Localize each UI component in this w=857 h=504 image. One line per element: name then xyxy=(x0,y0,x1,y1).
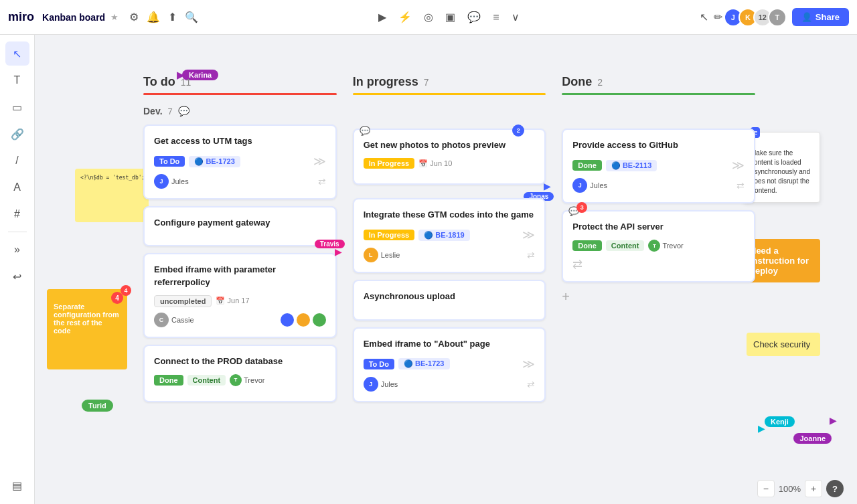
inprogress-title: In progress xyxy=(353,75,418,89)
card-photos-tags: In Progress 📅 Jun 10 xyxy=(364,158,536,169)
card-photos-title: Get new photos to photos preview xyxy=(364,139,536,151)
card-api[interactable]: 💬 3 Protect the API server Done Content … xyxy=(562,210,755,282)
inprogress-column-header: In progress 7 xyxy=(353,75,546,89)
add-card-button[interactable]: + xyxy=(562,289,755,305)
menu-icon[interactable]: ≡ xyxy=(489,9,503,26)
upload-icon[interactable]: ⬆ xyxy=(168,11,177,23)
comment-icon-top: 💬 xyxy=(360,126,370,136)
joanne-cursor-arrow: ▶ xyxy=(830,415,837,426)
inprogress-column: In progress 7 2 💬 Get new photos to phot… xyxy=(345,75,554,491)
tool-text[interactable]: T xyxy=(5,68,29,92)
user-leslie: L Leslie xyxy=(364,248,400,262)
card-about-footer: J Jules ⇄ xyxy=(364,377,536,392)
card-photos[interactable]: 2 💬 Get new photos to photos preview In … xyxy=(353,129,546,185)
card-gtm[interactable]: Integrate these GTM codes into the game … xyxy=(353,198,546,273)
zoom-out-button[interactable]: − xyxy=(757,480,775,497)
tag-content-api[interactable]: Content xyxy=(606,240,645,251)
card-iframe-title: Embed iframe with parameter referrerpoli… xyxy=(154,264,326,288)
bottom-bar: − 100% + ? xyxy=(757,480,844,497)
settings-icon[interactable]: ⚙ xyxy=(129,11,139,23)
move-icon-api[interactable]: ⇄ xyxy=(572,257,582,272)
app-logo: miro xyxy=(8,10,34,24)
priority-icon-github[interactable]: ≫ xyxy=(732,158,745,173)
play-icon[interactable]: ▶ xyxy=(374,8,390,26)
avatar-group[interactable]: J K 12 T xyxy=(728,8,787,27)
search-icon[interactable]: 🔍 xyxy=(185,11,198,23)
help-button[interactable]: ? xyxy=(826,480,844,497)
card-gtm-title: Integrate these GTM codes into the game xyxy=(364,209,536,221)
todo-column: To do 11 Dev. 7 💬 Get access to UTM tags… xyxy=(135,75,345,491)
tag-be-1723[interactable]: 🔵 BE-1723 xyxy=(189,156,240,167)
dev-comment-icon[interactable]: 💬 xyxy=(178,106,189,116)
pen-icon[interactable]: ✏ xyxy=(714,11,722,23)
priority-icon[interactable]: ≫ xyxy=(313,154,326,169)
config-sticky-text: Separate configuration from the rest of … xyxy=(54,303,119,335)
tool-sticky[interactable]: ▭ xyxy=(5,95,29,119)
dev-subtitle: Dev. xyxy=(143,106,163,116)
tool-connect[interactable]: 🔗 xyxy=(5,122,29,146)
tool-line[interactable]: / xyxy=(5,149,29,173)
user-jules-github: J Jules xyxy=(572,178,607,193)
priority-icon-gtm[interactable]: ≫ xyxy=(522,228,535,242)
card-proddb[interactable]: Connect to the PROD database Done Conten… xyxy=(143,345,337,402)
tag-todo-about[interactable]: To Do xyxy=(364,359,394,369)
tag-done-prod[interactable]: Done xyxy=(154,375,183,386)
turid-cursor-bubble: Turid xyxy=(82,400,113,412)
tool-select[interactable]: ↖ xyxy=(5,41,29,66)
zoom-in-button[interactable]: + xyxy=(805,480,822,497)
canvas: <?\n$db = 'test_db';\n$db_user='web1';\n… xyxy=(35,35,857,504)
avatar-leslie: L xyxy=(364,248,378,262)
tag-uncompleted[interactable]: uncompleted xyxy=(154,295,212,307)
card-utm-footer: J Jules ⇄ xyxy=(154,174,326,189)
priority-icon-about[interactable]: ≫ xyxy=(522,357,535,371)
tool-text2[interactable]: A xyxy=(5,175,29,199)
star-icon[interactable]: ★ xyxy=(110,12,119,22)
tool-frame[interactable]: # xyxy=(5,202,29,226)
inprogress-underline xyxy=(353,93,546,95)
config-sticky-inner: 4 Separate configuration from the rest o… xyxy=(54,303,121,335)
move-icon[interactable]: ⇄ xyxy=(318,176,326,187)
sidebar-divider xyxy=(8,232,27,232)
cursor-icon[interactable]: ↖ xyxy=(700,11,708,23)
card-iframe[interactable]: ▶ Travis Embed iframe with parameter ref… xyxy=(143,253,337,337)
move-icon-about[interactable]: ⇄ xyxy=(527,379,535,390)
tag-inprogress-photos[interactable]: In Progress xyxy=(364,158,415,169)
card-async[interactable]: Asynchronous upload xyxy=(353,280,546,320)
chevron-down-icon[interactable]: ∨ xyxy=(508,8,524,26)
avatar-solo: T xyxy=(768,8,787,27)
card-github[interactable]: Provide access to GitHub Done 🔵 BE-2113 … xyxy=(562,129,755,203)
card-payment[interactable]: Configure payment gateway xyxy=(143,206,337,246)
tool-undo[interactable]: ↩ xyxy=(5,264,29,288)
card-about[interactable]: Embed iframe to "About" page To Do 🔵 BE-… xyxy=(353,327,546,402)
tag-todo[interactable]: To Do xyxy=(154,156,185,167)
left-sidebar: ↖ T ▭ 🔗 / A # » ↩ ▤ xyxy=(0,35,35,504)
config-sticky-positioned[interactable]: 4 Separate configuration from the rest o… xyxy=(47,296,127,369)
tag-be-2113[interactable]: 🔵 BE-2113 xyxy=(606,160,657,171)
timer-icon[interactable]: ◎ xyxy=(420,8,437,26)
card-utm-tags: To Do 🔵 BE-1723 ≫ xyxy=(154,154,326,169)
multi-avatar-group xyxy=(281,313,326,327)
tool-panels[interactable]: ▤ xyxy=(5,473,29,497)
user-trevor-label: Trevor xyxy=(244,376,264,384)
tag-done-api[interactable]: Done xyxy=(572,240,602,251)
tag-be-1819[interactable]: 🔵 BE-1819 xyxy=(418,230,469,241)
todo-column-title: To do xyxy=(143,75,175,89)
lightning-icon[interactable]: ⚡ xyxy=(394,8,416,26)
card-github-footer: J Jules ⇄ xyxy=(572,178,745,193)
tag-be-1723-about[interactable]: 🔵 BE-1723 xyxy=(398,358,449,369)
tool-more[interactable]: » xyxy=(5,238,29,262)
card-utm[interactable]: Get access to UTM tags To Do 🔵 BE-1723 ≫… xyxy=(143,124,337,199)
tag-content-prod[interactable]: Content xyxy=(187,375,226,386)
comment-icon[interactable]: 💬 xyxy=(463,8,485,26)
nav-icons-left: ⚙ 🔔 ⬆ 🔍 xyxy=(129,11,198,23)
board-name: Kanban board xyxy=(42,12,105,23)
bell-icon[interactable]: 🔔 xyxy=(147,11,160,23)
avatar-trevor-api: T xyxy=(648,240,660,252)
move-icon-gtm[interactable]: ⇄ xyxy=(527,250,535,260)
share-button[interactable]: 👤 Share xyxy=(792,8,849,26)
move-icon-github[interactable]: ⇄ xyxy=(736,180,745,191)
tag-done-github[interactable]: Done xyxy=(572,160,602,171)
screen-icon[interactable]: ▣ xyxy=(441,8,459,26)
user-jules: J Jules xyxy=(154,174,189,189)
tag-inprogress-gtm[interactable]: In Progress xyxy=(364,230,415,240)
